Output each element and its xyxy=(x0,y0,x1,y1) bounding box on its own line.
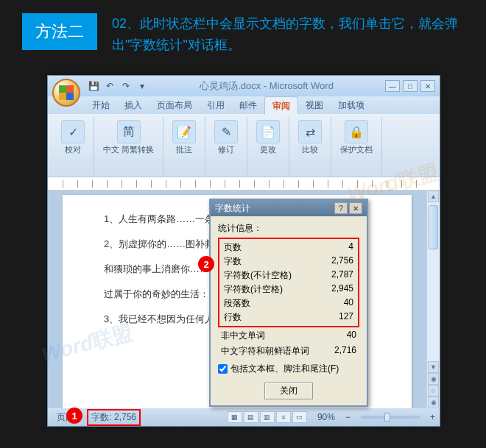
include-textbox-checkbox[interactable] xyxy=(218,364,228,374)
ribbon-icon: 📄 xyxy=(256,120,280,143)
ribbon-icon: 🔒 xyxy=(345,120,368,143)
ribbon-icon: ✎ xyxy=(214,120,238,143)
stat-row: 字符数(计空格)2,945 xyxy=(221,282,356,296)
stat-row: 段落数40 xyxy=(221,296,356,310)
ribbon: ✓校对简中文 简繁转换📝批注✎修订📄更改⇄比较🔒保护文档 xyxy=(48,114,440,177)
ribbon-tabs: 开始插入页面布局引用邮件审阅视图加载项 xyxy=(48,96,440,114)
callout-2: 2 xyxy=(198,256,214,272)
ribbon-button[interactable]: 📄更改 xyxy=(253,118,283,156)
ribbon-group-修订: ✎修订 xyxy=(205,117,247,175)
scroll-thumb[interactable] xyxy=(429,205,438,249)
stats-highlight-box: 页数4字数2,756字符数(不计空格)2,787字符数(计空格)2,945段落数… xyxy=(218,238,359,327)
ribbon-label: 批注 xyxy=(176,145,192,154)
stat-row: 非中文单词40 xyxy=(218,329,359,343)
prev-page-icon[interactable]: ◉ xyxy=(428,373,439,385)
ribbon-icon: 简 xyxy=(117,120,141,143)
quick-access-toolbar: 💾 ↶ ↷ ▾ xyxy=(88,80,148,92)
tab-引用[interactable]: 引用 xyxy=(200,96,232,114)
checkbox-label: 包括文本框、脚注和尾注(F) xyxy=(230,363,339,375)
tab-视图[interactable]: 视图 xyxy=(298,96,331,114)
word-count-dialog: 字数统计 ? ✕ 统计信息： 页数4字数2,756字符数(不计空格)2,787字… xyxy=(209,199,368,407)
dialog-titlebar[interactable]: 字数统计 ? ✕ xyxy=(211,200,367,216)
statusbar: 页面: 字数: 2,756 ▦ ▤ ▥ ≡ ▭ 90% − + xyxy=(48,408,440,426)
tab-页面布局[interactable]: 页面布局 xyxy=(149,96,200,114)
ribbon-label: 更改 xyxy=(260,145,276,154)
vertical-scrollbar[interactable]: ▲ ▼ ◉ ○ ◉ xyxy=(426,191,440,408)
ribbon-icon: 📝 xyxy=(172,120,196,143)
dialog-title: 字数统计 xyxy=(215,202,250,215)
stat-row: 页数4 xyxy=(221,241,356,255)
ribbon-label: 校对 xyxy=(65,145,81,154)
ribbon-button[interactable]: ✎修订 xyxy=(211,118,241,156)
header-instruction: 02、此时状态栏中会显示文档的字数，我们单击它，就会弹出"字数统计"对话框。 xyxy=(112,13,464,56)
stat-row: 字符数(不计空格)2,787 xyxy=(221,269,356,282)
browse-object-icon[interactable]: ○ xyxy=(428,385,439,397)
stats-heading: 统计信息： xyxy=(218,222,359,235)
dialog-help-button[interactable]: ? xyxy=(334,202,348,214)
zoom-slider[interactable] xyxy=(361,416,420,419)
ribbon-group-中文-简繁转换: 简中文 简繁转换 xyxy=(94,117,163,175)
undo-icon[interactable]: ↶ xyxy=(104,80,116,92)
ribbon-group-校对: ✓校对 xyxy=(52,117,94,175)
tab-加载项[interactable]: 加载项 xyxy=(331,96,372,114)
word-count-status[interactable]: 字数: 2,756 xyxy=(87,409,141,426)
save-icon[interactable]: 💾 xyxy=(88,80,99,92)
dialog-close-button[interactable]: ✕ xyxy=(349,202,362,214)
view-buttons: ▦ ▤ ▥ ≡ ▭ xyxy=(228,411,307,423)
ribbon-icon: ✓ xyxy=(61,120,85,143)
stat-row: 字数2,756 xyxy=(221,255,356,269)
ribbon-button[interactable]: 简中文 简繁转换 xyxy=(100,118,157,156)
zoom-value[interactable]: 90% xyxy=(313,410,339,424)
scroll-down-icon[interactable]: ▼ xyxy=(428,361,439,373)
maximize-button[interactable]: □ xyxy=(403,80,418,92)
ribbon-button[interactable]: 📝批注 xyxy=(169,118,199,156)
tab-邮件[interactable]: 邮件 xyxy=(232,96,264,114)
ribbon-label: 中文 简繁转换 xyxy=(103,145,154,154)
full-screen-view-icon[interactable]: ▤ xyxy=(244,411,258,423)
close-button[interactable]: ✕ xyxy=(420,80,435,92)
stat-row: 中文字符和朝鲜语单词2,716 xyxy=(218,344,359,358)
window-title: 心灵鸡汤.docx - Microsoft Word xyxy=(148,79,385,93)
tab-审阅[interactable]: 审阅 xyxy=(264,96,298,114)
redo-icon[interactable]: ↷ xyxy=(120,80,132,92)
ribbon-button[interactable]: ✓校对 xyxy=(58,118,88,156)
zoom-out-icon[interactable]: − xyxy=(345,412,351,422)
close-dialog-button[interactable]: 关闭 xyxy=(264,383,313,399)
next-page-icon[interactable]: ◉ xyxy=(428,397,439,408)
print-layout-view-icon[interactable]: ▦ xyxy=(228,411,242,423)
web-layout-view-icon[interactable]: ▥ xyxy=(260,411,275,423)
ruler[interactable] xyxy=(48,177,440,191)
ribbon-label: 保护文档 xyxy=(340,145,373,154)
stat-row: 行数127 xyxy=(221,310,356,324)
method-badge: 方法二 xyxy=(22,13,97,50)
ribbon-button[interactable]: ⇄比较 xyxy=(295,118,325,156)
office-button[interactable] xyxy=(52,79,80,107)
ribbon-group-保护文档: 🔒保护文档 xyxy=(331,117,382,175)
callout-1: 1 xyxy=(66,408,82,424)
ribbon-icon: ⇄ xyxy=(298,120,322,143)
ribbon-group-更改: 📄更改 xyxy=(247,117,289,175)
zoom-in-icon[interactable]: + xyxy=(430,412,435,422)
tab-插入[interactable]: 插入 xyxy=(117,96,149,114)
zoom-thumb[interactable] xyxy=(384,413,390,422)
ribbon-group-比较: ⇄比较 xyxy=(289,117,331,175)
ribbon-label: 比较 xyxy=(302,145,318,154)
tab-开始[interactable]: 开始 xyxy=(85,96,117,114)
ribbon-group-批注: 📝批注 xyxy=(163,117,205,175)
outline-view-icon[interactable]: ≡ xyxy=(276,411,291,423)
ribbon-button[interactable]: 🔒保护文档 xyxy=(337,118,376,156)
ribbon-label: 修订 xyxy=(218,145,234,154)
draft-view-icon[interactable]: ▭ xyxy=(292,411,307,423)
minimize-button[interactable]: — xyxy=(385,80,400,92)
titlebar: 💾 ↶ ↷ ▾ 心灵鸡汤.docx - Microsoft Word — □ ✕ xyxy=(48,76,440,96)
scroll-up-icon[interactable]: ▲ xyxy=(428,191,439,202)
qat-dropdown-icon[interactable]: ▾ xyxy=(136,80,148,92)
